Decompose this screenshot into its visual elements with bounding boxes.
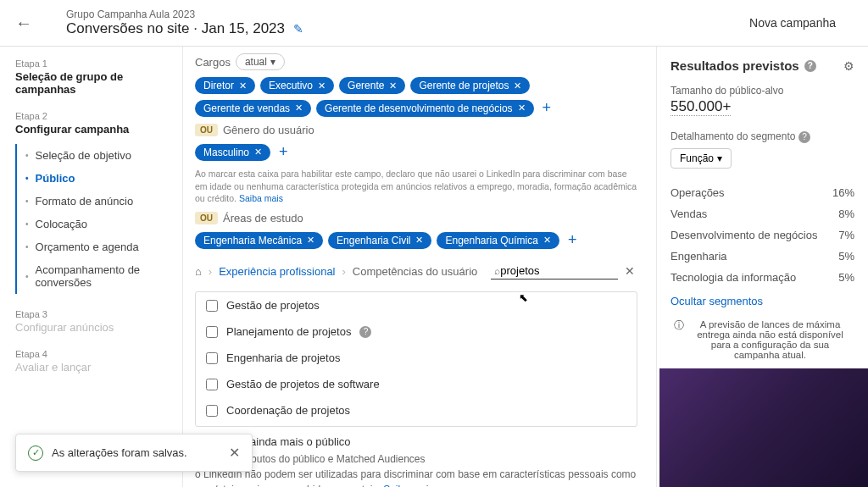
skill-checkbox[interactable] [206, 352, 218, 364]
remove-chip-icon[interactable]: ✕ [514, 80, 521, 91]
remove-chip-icon[interactable]: ✕ [389, 80, 397, 91]
areas-label: Áreas de estudo [223, 212, 303, 224]
filter-chip[interactable]: Gerente ✕ [339, 77, 405, 94]
forecast-title: Resultados previstos [670, 58, 799, 73]
skill-option[interactable]: Coordenação de projetos [196, 397, 637, 423]
add-chip-button[interactable]: + [275, 143, 292, 161]
skill-options-list: Gestão de projetos Planejamento de proje… [195, 291, 637, 427]
sidebar-substep[interactable]: Acompanhamento de conversões [17, 258, 174, 294]
search-icon: ⌕ [494, 265, 500, 277]
sidebar-substep[interactable]: Público [17, 167, 174, 190]
saiba-mais-link[interactable]: Saiba mais [239, 193, 283, 203]
segment-row: Desenvolvimento de negócios7% [670, 224, 854, 246]
step2-num: Etapa 2 [15, 111, 174, 121]
step4-num: Etapa 4 [15, 349, 174, 359]
sidebar-substep[interactable]: Colocação [17, 213, 174, 235]
step1-num: Etapa 1 [15, 58, 174, 69]
hide-segments-link[interactable]: Ocultar segmentos [670, 295, 763, 307]
segment-row: Vendas8% [670, 203, 854, 224]
step4-title: Avaliar e lançar [15, 361, 174, 374]
genero-disclaimer: Ao marcar esta caixa para habilitar este… [195, 168, 637, 205]
skill-option[interactable]: Estimativa de projetos [196, 423, 637, 427]
audience-size-value: 550.000+ [670, 98, 731, 116]
webcam-overlay [659, 368, 868, 487]
filter-chip[interactable]: Diretor ✕ [195, 77, 255, 94]
pencil-icon[interactable]: ✎ [293, 22, 303, 36]
back-arrow-icon[interactable]: ← [15, 14, 32, 33]
function-dropdown[interactable]: Função ▾ [670, 148, 732, 169]
or-badge: OU [195, 124, 218, 136]
audience-size-label: Tamanho do público-alvo [670, 85, 854, 97]
sidebar-substep[interactable]: Formato de anúncio [17, 190, 174, 213]
breadcrumb-comp: Competências do usuário [353, 265, 477, 278]
info-icon: ⓘ [674, 319, 684, 360]
matched-audiences-text: soas por atributos do público e Matched … [195, 451, 637, 467]
cargos-label: Cargos [195, 56, 231, 69]
gear-icon[interactable]: ⚙ [843, 59, 854, 73]
campaign-group-name: Grupo Campanha Aula 2023 [66, 8, 749, 20]
bid-warning-text: A previsão de lances de máxima entrega a… [689, 319, 851, 360]
step2-title[interactable]: Configurar campanha [15, 123, 174, 136]
add-chip-button[interactable]: + [565, 231, 581, 249]
toast-message: As alterações foram salvas. [52, 446, 187, 459]
remove-chip-icon[interactable]: ✕ [239, 80, 247, 91]
main-panel: Cargos atual ▾ Diretor ✕Executivo ✕Geren… [183, 47, 656, 487]
skill-checkbox[interactable] [206, 326, 218, 338]
segment-row: Engenharia5% [670, 246, 854, 267]
check-circle-icon: ✓ [28, 445, 43, 461]
title-block: Grupo Campanha Aula 2023 Conversões no s… [66, 8, 749, 37]
filter-chip[interactable]: Engenharia Mecânica ✕ [195, 232, 323, 249]
remove-chip-icon[interactable]: ✕ [295, 102, 303, 113]
step3-title: Configurar anúncios [15, 321, 174, 334]
filter-chip[interactable]: Engenharia Química ✕ [437, 232, 559, 249]
skill-checkbox[interactable] [206, 379, 218, 390]
skill-option[interactable]: Gestão de projetos [196, 292, 637, 318]
campaign-name: Conversões no site · Jan 15, 2023 [66, 20, 285, 37]
remove-chip-icon[interactable]: ✕ [415, 235, 423, 246]
step3-num: Etapa 3 [15, 309, 174, 319]
chevron-down-icon: ▾ [717, 152, 722, 164]
filter-chip[interactable]: Executivo ✕ [260, 77, 334, 94]
remove-chip-icon[interactable]: ✕ [307, 235, 314, 246]
segment-detail-label: Detalhamento do segmento [670, 130, 795, 142]
save-toast: ✓ As alterações foram salvas. ✕ [15, 434, 253, 472]
skill-option[interactable]: Planejamento de projetos ? [196, 318, 637, 345]
step1-title[interactable]: Seleção de grupo de campanhas [15, 70, 174, 96]
breadcrumb-exp[interactable]: Experiência profissional [219, 265, 335, 278]
help-icon-2[interactable]: ? [798, 131, 810, 143]
help-icon[interactable]: ? [804, 60, 816, 72]
remove-chip-icon[interactable]: ✕ [318, 80, 326, 91]
saiba-mais-link-2[interactable]: Saiba mais [383, 484, 433, 487]
skill-search-input[interactable] [500, 264, 615, 277]
clear-search-icon[interactable]: ✕ [625, 264, 635, 278]
add-chip-button[interactable]: + [539, 99, 555, 117]
sidebar-substep[interactable]: Orçamento e agenda [17, 235, 174, 258]
filter-chip[interactable]: Gerente de vendas ✕ [195, 100, 311, 117]
help-icon[interactable]: ? [359, 326, 371, 338]
skill-option[interactable]: Gestão de projetos de software [196, 371, 637, 397]
close-toast-icon[interactable]: ✕ [229, 445, 240, 461]
remove-chip-icon[interactable]: ✕ [518, 102, 526, 113]
genero-label: Gênero do usuário [223, 124, 314, 136]
filter-chip[interactable]: Engenharia Civil ✕ [328, 232, 431, 249]
remove-chip-icon[interactable]: ✕ [543, 235, 551, 246]
skill-search-box[interactable]: ⌕ [491, 263, 618, 279]
home-icon[interactable]: ⌂ [195, 265, 202, 278]
filter-chip[interactable]: Gerente de desenvolvimento de negócios ✕ [316, 100, 533, 117]
skill-checkbox[interactable] [206, 300, 218, 312]
filter-chip[interactable]: Masculino ✕ [195, 144, 270, 161]
skill-option[interactable]: Engenharia de projetos [196, 345, 637, 371]
restrict-text: ainda mais o público [250, 435, 351, 448]
segment-row: Tecnologia da informação5% [670, 267, 854, 288]
new-campaign-link[interactable]: Nova campanha [749, 16, 836, 30]
or-badge-2: OU [195, 212, 218, 224]
cargos-filter-dropdown[interactable]: atual ▾ [236, 53, 285, 70]
skill-checkbox[interactable] [206, 405, 218, 417]
filter-chip[interactable]: Gerente de projetos ✕ [410, 77, 530, 94]
segment-row: Operações16% [670, 182, 854, 203]
remove-chip-icon[interactable]: ✕ [254, 147, 262, 158]
sidebar-substep[interactable]: Seleção de objetivo [17, 144, 174, 167]
chevron-down-icon: ▾ [270, 56, 275, 68]
left-sidebar: Etapa 1 Seleção de grupo de campanhas Et… [0, 47, 183, 487]
